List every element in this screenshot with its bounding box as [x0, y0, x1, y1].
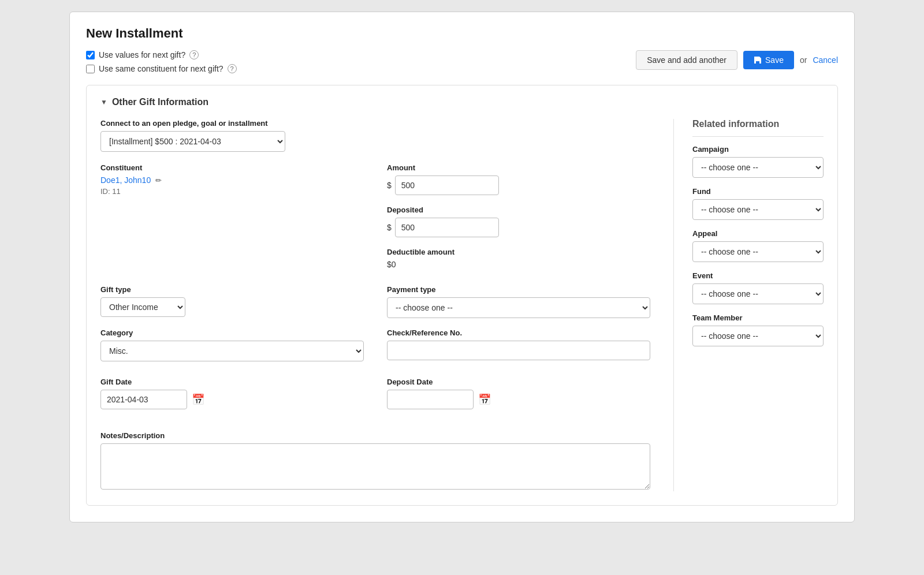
gift-type-label: Gift type [100, 285, 364, 294]
constituent-id: ID: 11 [100, 187, 364, 196]
amount-input[interactable] [395, 176, 499, 195]
save-icon [754, 56, 762, 64]
campaign-field: Campaign -- choose one -- [692, 145, 824, 178]
edit-constituent-icon[interactable]: ✏ [155, 176, 162, 185]
deposit-date-calendar-icon[interactable]: 📅 [478, 393, 491, 406]
event-label: Event [692, 271, 824, 280]
gift-date-input[interactable] [100, 390, 187, 409]
constituent-name-row: Doe1, John10 ✏ [100, 176, 364, 185]
deposit-date-field: Deposit Date 📅 [387, 378, 650, 409]
use-constituent-help-icon[interactable]: ? [228, 64, 237, 73]
event-select[interactable]: -- choose one -- [692, 283, 824, 304]
appeal-select[interactable]: -- choose one -- [692, 241, 824, 262]
use-values-checkbox-row[interactable]: Use values for next gift? ? [86, 50, 237, 59]
constituent-col: Constituent Doe1, John10 ✏ ID: 11 [100, 163, 364, 279]
amount-col: Amount $ Deposited $ [387, 163, 650, 279]
amount-currency: $ [387, 181, 392, 190]
left-form: Connect to an open pledge, goal or insta… [100, 119, 650, 491]
or-text: or [800, 55, 807, 65]
use-constituent-checkbox[interactable] [86, 65, 95, 73]
checkbox-group: Use values for next gift? ? Use same con… [86, 50, 237, 73]
notes-section: Notes/Description [100, 431, 650, 491]
dates-row: Gift Date 📅 Deposit Date � [100, 378, 650, 420]
appeal-field: Appeal -- choose one -- [692, 229, 824, 262]
main-layout: Connect to an open pledge, goal or insta… [100, 119, 824, 491]
fund-select[interactable]: -- choose one -- [692, 199, 824, 220]
deductible-label: Deductible amount [387, 248, 650, 256]
category-field: Category Misc. General Special [100, 328, 364, 361]
category-select[interactable]: Misc. General Special [100, 341, 364, 361]
gift-date-col: Gift Date 📅 [100, 378, 364, 420]
deposited-currency: $ [387, 223, 392, 232]
team-member-field: Team Member -- choose one -- [692, 313, 824, 346]
page-title: New Installment [86, 26, 838, 41]
fund-field: Fund -- choose one -- [692, 187, 824, 220]
amount-input-wrapper: $ [387, 176, 650, 195]
section-panel: ▼ Other Gift Information Connect to an o… [86, 85, 838, 506]
cancel-link[interactable]: Cancel [813, 55, 838, 65]
use-constituent-label: Use same constituent for next gift? [99, 64, 223, 73]
category-label: Category [100, 328, 364, 337]
payment-type-label: Payment type [387, 285, 650, 294]
deductible-field: Deductible amount $0 [387, 248, 650, 269]
section-title: Other Gift Information [112, 97, 208, 107]
deductible-value: $0 [387, 260, 650, 269]
deposit-date-input[interactable] [387, 390, 474, 409]
notes-label: Notes/Description [100, 431, 650, 440]
deposit-date-label: Deposit Date [387, 378, 650, 386]
payment-type-field: Payment type -- choose one -- Cash Check… [387, 285, 650, 318]
related-info-title: Related information [692, 119, 824, 137]
team-member-select[interactable]: -- choose one -- [692, 326, 824, 346]
category-col: Category Misc. General Special [100, 328, 364, 372]
campaign-select[interactable]: -- choose one -- [692, 157, 824, 178]
check-ref-input[interactable] [387, 341, 650, 360]
constituent-field: Constituent Doe1, John10 ✏ ID: 11 [100, 163, 364, 210]
save-button[interactable]: Save [743, 51, 794, 69]
gift-type-col: Gift type Other Income Gift Pledge Grant [100, 285, 364, 328]
gift-date-label: Gift Date [100, 378, 364, 386]
gift-type-select[interactable]: Other Income Gift Pledge Grant [100, 297, 185, 317]
constituent-amount-row: Constituent Doe1, John10 ✏ ID: 11 [100, 163, 650, 279]
pledge-select-row: [Installment] $500 : 2021-04-03 [100, 131, 650, 152]
constituent-block: Doe1, John10 ✏ ID: 11 [100, 176, 364, 210]
section-header: ▼ Other Gift Information [100, 97, 824, 107]
deposited-input-wrapper: $ [387, 218, 650, 237]
event-field: Event -- choose one -- [692, 271, 824, 304]
deposited-input[interactable] [395, 218, 499, 237]
team-member-label: Team Member [692, 313, 824, 322]
deposit-date-col: Deposit Date 📅 [387, 378, 650, 420]
gift-category-row: Gift type Other Income Gift Pledge Grant… [100, 285, 650, 328]
gift-date-wrapper: 📅 [100, 390, 364, 409]
amount-label: Amount [387, 163, 650, 172]
use-values-checkbox[interactable] [86, 51, 95, 59]
check-ref-label: Check/Reference No. [387, 328, 650, 337]
payment-type-col: Payment type -- choose one -- Cash Check… [387, 285, 650, 328]
right-sidebar: Related information Campaign -- choose o… [673, 119, 824, 491]
campaign-label: Campaign [692, 145, 824, 154]
deposit-date-wrapper: 📅 [387, 390, 650, 409]
gift-date-calendar-icon[interactable]: 📅 [192, 393, 204, 406]
deposited-field: Deposited $ [387, 206, 650, 237]
appeal-label: Appeal [692, 229, 824, 238]
check-ref-col: Check/Reference No. [387, 328, 650, 372]
collapse-icon[interactable]: ▼ [100, 98, 107, 106]
fund-label: Fund [692, 187, 824, 196]
pledge-select[interactable]: [Installment] $500 : 2021-04-03 [100, 131, 285, 152]
use-constituent-checkbox-row[interactable]: Use same constituent for next gift? ? [86, 64, 237, 73]
constituent-label: Constituent [100, 163, 364, 172]
deposited-label: Deposited [387, 206, 650, 214]
pledge-label: Connect to an open pledge, goal or insta… [100, 119, 650, 128]
use-values-help-icon[interactable]: ? [189, 50, 199, 59]
gift-date-field: Gift Date 📅 [100, 378, 364, 409]
top-actions: Save and add another Save or Cancel [636, 50, 838, 70]
save-button-label: Save [765, 55, 784, 65]
top-bar: Use values for next gift? ? Use same con… [86, 50, 838, 73]
constituent-name-link[interactable]: Doe1, John10 [100, 176, 151, 185]
page-container: New Installment Use values for next gift… [69, 12, 855, 522]
save-and-add-button[interactable]: Save and add another [636, 50, 737, 70]
payment-type-select[interactable]: -- choose one -- Cash Check Credit Card [387, 297, 650, 318]
notes-textarea[interactable] [100, 443, 650, 490]
use-values-label: Use values for next gift? [99, 50, 185, 59]
amount-field: Amount $ [387, 163, 650, 195]
category-checkref-row: Category Misc. General Special Check/Ref… [100, 328, 650, 372]
